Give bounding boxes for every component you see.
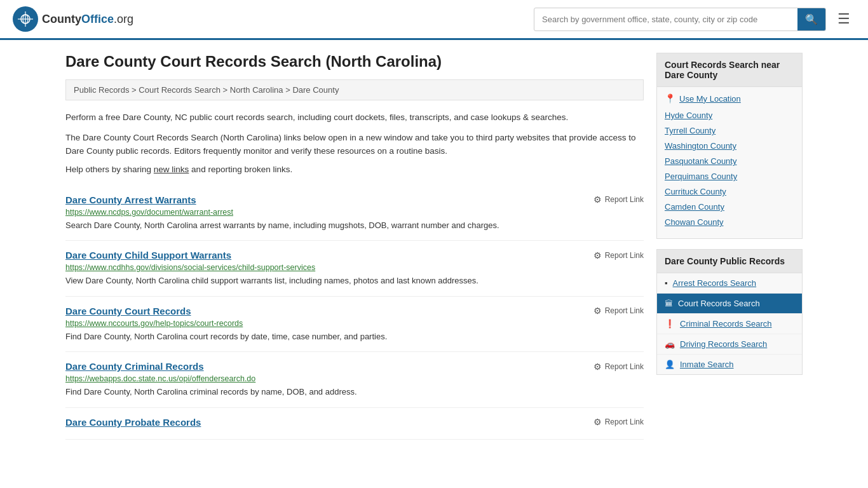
county-link-4[interactable]: Perquimans County xyxy=(665,172,737,181)
search-button[interactable]: 🔍 xyxy=(797,8,825,30)
record-nav-icon: 🚗 xyxy=(665,339,675,349)
use-my-location[interactable]: 📍 Use My Location xyxy=(665,93,794,104)
menu-button[interactable]: ☰ xyxy=(832,8,855,30)
nearby-section: Court Records Search near Dare County 📍 … xyxy=(656,53,803,239)
record-item: Dare County Criminal Records ⚙ Report Li… xyxy=(65,352,644,408)
public-records-section: Dare County Public Records ▪Arrest Recor… xyxy=(656,249,803,375)
record-title-1[interactable]: Dare County Child Support Warrants xyxy=(65,250,231,261)
report-link-0[interactable]: ⚙ Report Link xyxy=(593,194,644,205)
county-link-3[interactable]: Pasquotank County xyxy=(665,156,736,166)
record-item-header: Dare County Court Records ⚙ Report Link xyxy=(65,306,644,316)
report-icon: ⚙ xyxy=(593,417,602,427)
description-2: The Dare County Court Records Search (No… xyxy=(65,131,644,158)
county-link-1[interactable]: Tyrrell County xyxy=(665,126,715,135)
sidebar-record-nav-item[interactable]: 🚗Driving Records Search xyxy=(657,334,802,355)
sidebar-record-nav-item[interactable]: ▪Arrest Records Search xyxy=(657,273,802,294)
breadcrumb-court-records-search[interactable]: Court Records Search xyxy=(139,85,220,95)
record-nav-link-3[interactable]: Driving Records Search xyxy=(680,339,767,349)
county-link-2[interactable]: Washington County xyxy=(665,141,736,151)
record-nav-icon: 👤 xyxy=(665,360,675,369)
record-title-4[interactable]: Dare County Probate Records xyxy=(65,417,201,428)
record-title-2[interactable]: Dare County Court Records xyxy=(65,306,191,316)
sidebar-county-item: Chowan County xyxy=(665,217,794,227)
report-icon: ⚙ xyxy=(593,306,602,316)
record-desc-1: View Dare County, North Carolina child s… xyxy=(65,274,644,287)
site-header: CountyOffice.org 🔍 ☰ xyxy=(0,0,868,40)
content-area: Dare County Court Records Search (North … xyxy=(65,53,644,440)
record-item: Dare County Probate Records ⚙ Report Lin… xyxy=(65,408,644,440)
nearby-section-content: 📍 Use My Location Hyde CountyTyrrell Cou… xyxy=(657,87,802,238)
record-nav-link-1[interactable]: Court Records Search xyxy=(678,299,760,308)
county-list: Hyde CountyTyrrell CountyWashington Coun… xyxy=(665,110,794,227)
report-link-1[interactable]: ⚙ Report Link xyxy=(593,250,644,261)
logo-icon xyxy=(13,6,38,32)
search-input[interactable] xyxy=(534,10,797,29)
sidebar-county-item: Washington County xyxy=(665,140,794,151)
report-icon: ⚙ xyxy=(593,250,602,261)
description-1: Perform a free Dare County, NC public co… xyxy=(65,111,644,125)
breadcrumb-north-carolina[interactable]: North Carolina xyxy=(230,85,283,95)
record-nav-icon: 🏛 xyxy=(665,299,673,308)
sidebar-county-item: Camden County xyxy=(665,201,794,212)
sidebar-county-item: Hyde County xyxy=(665,110,794,120)
sharing-note: Help others by sharing new links and rep… xyxy=(65,165,644,174)
location-pin-icon: 📍 xyxy=(665,93,675,104)
record-nav-icon: ❗ xyxy=(665,319,675,329)
county-link-5[interactable]: Currituck County xyxy=(665,187,726,196)
county-link-7[interactable]: Chowan County xyxy=(665,217,724,227)
record-url-0[interactable]: https://www.ncdps.gov/document/warrant-a… xyxy=(65,208,644,217)
public-records-section-title: Dare County Public Records xyxy=(657,250,802,273)
record-nav-link-0[interactable]: Arrest Records Search xyxy=(673,278,757,288)
report-icon: ⚙ xyxy=(593,362,602,372)
sidebar-county-item: Pasquotank County xyxy=(665,156,794,166)
sidebar-county-item: Perquimans County xyxy=(665,171,794,181)
record-nav-icon: ▪ xyxy=(665,278,668,288)
record-title-0[interactable]: Dare County Arrest Warrants xyxy=(65,194,196,205)
record-url-2[interactable]: https://www.nccourts.gov/help-topics/cou… xyxy=(65,319,644,328)
new-links-link[interactable]: new links xyxy=(154,165,189,174)
records-nav-list: ▪Arrest Records Search🏛Court Records Sea… xyxy=(657,273,802,374)
record-url-1[interactable]: https://www.ncdhhs.gov/divisions/social-… xyxy=(65,263,644,272)
record-nav-link-2[interactable]: Criminal Records Search xyxy=(680,319,772,329)
report-link-3[interactable]: ⚙ Report Link xyxy=(593,362,644,372)
records-list: Dare County Arrest Warrants ⚙ Report Lin… xyxy=(65,186,644,440)
record-item: Dare County Court Records ⚙ Report Link … xyxy=(65,297,644,353)
breadcrumb-dare-county: Dare County xyxy=(292,85,339,95)
sidebar-county-item: Currituck County xyxy=(665,186,794,196)
record-desc-3: Find Dare County, North Carolina crimina… xyxy=(65,386,644,398)
record-item: Dare County Child Support Warrants ⚙ Rep… xyxy=(65,241,644,297)
record-item-header: Dare County Child Support Warrants ⚙ Rep… xyxy=(65,250,644,261)
record-item: Dare County Arrest Warrants ⚙ Report Lin… xyxy=(65,186,644,241)
global-search[interactable]: 🔍 xyxy=(534,8,826,31)
breadcrumb-public-records[interactable]: Public Records xyxy=(74,85,129,95)
record-item-header: Dare County Arrest Warrants ⚙ Report Lin… xyxy=(65,194,644,205)
main-container: Dare County Court Records Search (North … xyxy=(53,40,815,452)
page-title: Dare County Court Records Search (North … xyxy=(65,53,644,71)
record-url-3[interactable]: https://webapps.doc.state.nc.us/opi/offe… xyxy=(65,374,644,383)
county-link-0[interactable]: Hyde County xyxy=(665,111,712,120)
use-my-location-label[interactable]: Use My Location xyxy=(679,94,741,104)
county-link-6[interactable]: Camden County xyxy=(665,202,724,212)
record-desc-0: Search Dare County, North Carolina arres… xyxy=(65,219,644,232)
record-item-header: Dare County Criminal Records ⚙ Report Li… xyxy=(65,361,644,372)
breadcrumb: Public Records > Court Records Search > … xyxy=(65,79,644,100)
report-link-4[interactable]: ⚙ Report Link xyxy=(593,417,644,427)
sidebar: Court Records Search near Dare County 📍 … xyxy=(656,53,803,440)
nearby-section-title: Court Records Search near Dare County xyxy=(657,53,802,87)
logo[interactable]: CountyOffice.org xyxy=(13,6,133,32)
sidebar-record-nav-item[interactable]: ❗Criminal Records Search xyxy=(657,314,802,334)
report-icon: ⚙ xyxy=(593,194,602,205)
sidebar-county-item: Tyrrell County xyxy=(665,125,794,135)
record-title-3[interactable]: Dare County Criminal Records xyxy=(65,361,204,372)
logo-text: CountyOffice.org xyxy=(42,13,133,26)
header-controls: 🔍 ☰ xyxy=(534,8,855,31)
sidebar-record-nav-item[interactable]: 👤Inmate Search xyxy=(657,355,802,374)
report-link-2[interactable]: ⚙ Report Link xyxy=(593,306,644,316)
record-item-header: Dare County Probate Records ⚙ Report Lin… xyxy=(65,417,644,428)
sidebar-record-nav-item[interactable]: 🏛Court Records Search xyxy=(657,294,802,314)
record-nav-link-4[interactable]: Inmate Search xyxy=(680,360,734,369)
record-desc-2: Find Dare County, North Carolina court r… xyxy=(65,330,644,343)
